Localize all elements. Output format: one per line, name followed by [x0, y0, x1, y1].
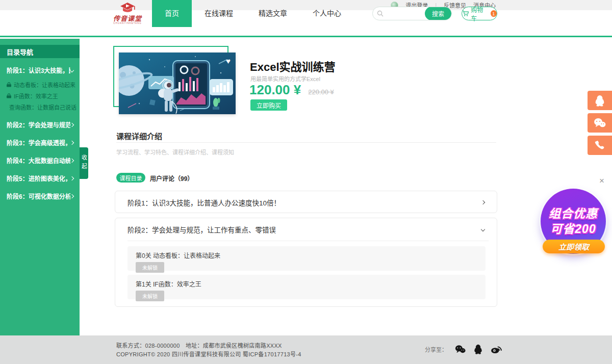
stage-label: 阶段6：可视化数据分析，帮老板...: [7, 192, 70, 200]
accordion-divider: [128, 241, 489, 241]
accordion-title: 阶段2：学会处理与规范，让工作有重点、零错误: [128, 224, 276, 235]
share-row: 分享至：: [425, 344, 502, 354]
accordion-stage-1-header[interactable]: 阶段1：认识3大技能，比普通人办公速度快10倍！: [115, 191, 497, 214]
course-price: 120.00 ¥: [249, 82, 301, 98]
accordion-stage-2: 阶段2：学会处理与规范，让工作有重点、零错误 第0关 动态看板：让表格动起来 未…: [115, 218, 497, 307]
sidebar-lesson-3[interactable]: 查询函数：让数据自己说话: [0, 101, 80, 113]
chevron-right-icon: [70, 194, 74, 198]
course-banner[interactable]: ♥: [119, 53, 236, 114]
search-button[interactable]: 搜索: [425, 7, 451, 20]
chevron-down-icon: [70, 68, 74, 72]
footer: 联系方式：028-0000000 地址：成都市武侯区槐树店南路XXXX COPY…: [0, 335, 612, 364]
nav-item-profile[interactable]: 个人中心: [300, 0, 354, 27]
course-original-price: 220.00 ¥: [308, 88, 334, 96]
nav-item-home[interactable]: 首页: [152, 0, 192, 27]
tablet: [173, 61, 210, 109]
footer-contact: 联系方式：028-0000000 地址：成都市武侯区槐树店南路XXXX: [116, 341, 282, 349]
float-phone-button[interactable]: [588, 136, 612, 155]
stage-label: 阶段3：学会高级透视，拥有同时...: [7, 138, 70, 147]
search-bar: 搜索: [372, 7, 452, 20]
stage-label: 阶段5：进阶图表美化，让汇报一...: [7, 174, 70, 183]
promo-claim-button[interactable]: 立即领取: [543, 240, 605, 253]
lesson-title: 第1关 IF函数：效率之王: [136, 279, 477, 288]
lesson-locked-badge: 未解锁: [136, 262, 164, 273]
chevron-right-icon: [70, 158, 74, 162]
lock-icon: [7, 93, 11, 98]
buy-now-button[interactable]: 立即购买: [250, 99, 287, 111]
sidebar-toc: 目录导航 阶段1：认识3大技能，比普通人... 动态看板：让表格动起来 IF函数…: [0, 39, 80, 335]
sidebar-stage-5[interactable]: 阶段5：进阶图表美化，让汇报一...: [0, 169, 80, 187]
chevron-right-icon: [70, 140, 74, 144]
sidebar-title: 目录导航: [0, 45, 80, 58]
chevron-right-icon: [70, 176, 74, 180]
lesson-label: 动态看板：让表格动起来: [14, 81, 75, 89]
tab-course-catalog[interactable]: 课程目录: [116, 173, 145, 183]
sidebar-lesson-2[interactable]: IF函数：效率之王: [0, 90, 80, 101]
search-icon: [377, 10, 384, 17]
stage-label: 阶段4：大批数据自动统计分析，...: [7, 156, 70, 165]
logo-title: 传音课堂: [109, 16, 146, 22]
cart-button[interactable]: 购物车 1: [462, 7, 497, 20]
lesson-locked-badge: 未解锁: [136, 291, 164, 301]
lesson-label: 查询函数：让数据自己说话: [9, 103, 76, 111]
main-nav: 首页 在线课程 精选文章 个人中心: [152, 0, 354, 27]
promo-line-2: 可省200: [550, 221, 596, 237]
lesson-title: 第0关 动态看板：让表格动起来: [136, 251, 477, 259]
sidebar-stage-3[interactable]: 阶段3：学会高级透视，拥有同时...: [0, 134, 80, 151]
cube: [149, 99, 156, 106]
shopping-cart-icon: [462, 10, 469, 17]
detail-summary: 学习流程、学习特色、课程详细介绍、课程须知: [116, 148, 234, 156]
course-title: Excel实战训练营: [250, 58, 336, 74]
sidebar-stage-4[interactable]: 阶段4：大批数据自动统计分析，...: [0, 151, 80, 169]
logo-subtitle: CHUANYINKETANG: [109, 22, 146, 24]
detail-divider: [116, 142, 496, 143]
share-weibo-icon[interactable]: [491, 344, 502, 354]
chevron-right-icon: [481, 200, 485, 204]
chevron-right-icon: [70, 122, 74, 126]
logo[interactable]: 传音课堂 CHUANYINKETANG: [109, 2, 146, 24]
accordion-stage-2-header[interactable]: 阶段2：学会处理与规范，让工作有重点、零错误: [115, 218, 497, 241]
course-banner-illustration: [119, 53, 236, 114]
page: 退出登录 | 反馈意见 消息中心 传音课堂 CHUANYINKETANG 首页 …: [0, 0, 612, 364]
promo-close-icon[interactable]: ×: [599, 176, 604, 185]
qq-penguin-icon: [594, 94, 605, 107]
cart-label: 购物车: [471, 5, 488, 22]
accordion-stage-1: 阶段1：认识3大技能，比普通人办公速度快10倍！: [115, 191, 497, 213]
accordion-title: 阶段1：认识3大技能，比普通人办公速度快10倍！: [128, 197, 280, 207]
lesson-row-0[interactable]: 第0关 动态看板：让表格动起来 未解锁: [128, 246, 486, 271]
nav-item-articles[interactable]: 精选文章: [246, 0, 300, 27]
price-row: 120.00 ¥ 220.00 ¥: [249, 82, 334, 98]
chart-panel-right: [210, 79, 233, 95]
nav-item-courses[interactable]: 在线课程: [192, 0, 246, 27]
lesson-label: IF函数：效率之王: [14, 92, 58, 100]
stage-label: 阶段1：认识3大技能，比普通人...: [7, 66, 70, 74]
logo-icon: [118, 2, 137, 14]
heart-icon[interactable]: ♥: [226, 57, 231, 65]
chevron-down-icon: [481, 227, 485, 231]
float-wechat-button[interactable]: [588, 113, 612, 133]
lesson-row-1[interactable]: 第1关 IF函数：效率之王 未解锁: [128, 275, 486, 299]
float-qq-button[interactable]: [588, 91, 612, 110]
wechat-icon: [594, 118, 606, 128]
sidebar-stage-6[interactable]: 阶段6：可视化数据分析，帮老板...: [0, 187, 80, 205]
sidebar-stage-1[interactable]: 阶段1：认识3大技能，比普通人...: [0, 61, 80, 79]
sidebar-lesson-1[interactable]: 动态看板：让表格动起来: [0, 79, 80, 90]
sidebar-stage-2[interactable]: 阶段2：学会处理与规范，让工作...: [0, 116, 80, 134]
share-label: 分享至：: [425, 345, 447, 353]
phone-icon: [595, 140, 605, 150]
share-wechat-icon[interactable]: [455, 345, 466, 354]
stage-label: 阶段2：学会处理与规范，让工作...: [7, 120, 70, 129]
detail-section-title: 课程详细介绍: [116, 131, 162, 141]
cart-count-badge: 1: [491, 10, 497, 17]
course-subtitle: 用最简单实用的方式学Excel: [250, 74, 320, 83]
promo-line-1: 组合优惠: [549, 206, 598, 221]
search-input[interactable]: [384, 7, 425, 20]
footer-copyright: COPYRIGHT© 2020 四川传音课堂科技有限公司 蜀ICP备170177…: [116, 350, 301, 358]
share-qq-icon[interactable]: [473, 344, 483, 354]
sidebar-collapse-tab[interactable]: 收起: [80, 147, 88, 179]
tab-user-comments[interactable]: 用户评论（99）: [150, 174, 193, 183]
lock-icon: [7, 82, 11, 87]
